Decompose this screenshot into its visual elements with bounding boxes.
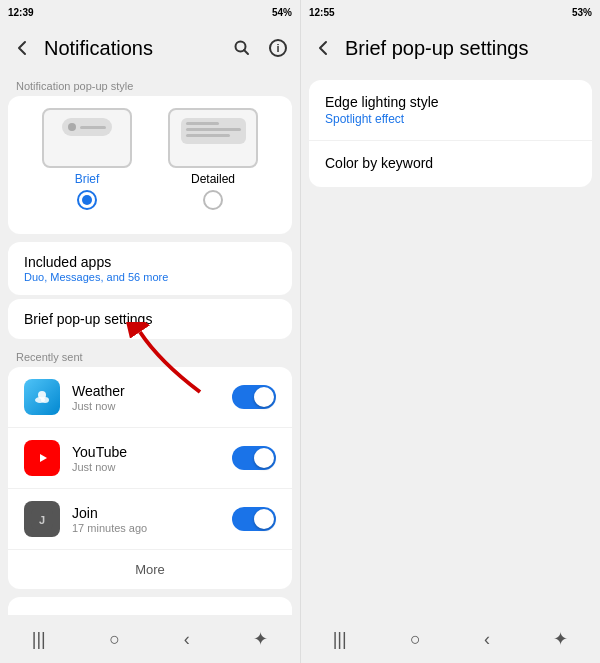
bottom-nav-left: ||| ○ ‹ ✦ — [0, 615, 300, 663]
svg-text:J: J — [39, 514, 45, 526]
more-button[interactable]: More — [8, 550, 292, 589]
weather-toggle[interactable] — [232, 385, 276, 409]
join-name: Join — [72, 505, 220, 521]
popup-options: Brief Detailed — [24, 108, 276, 210]
weather-name: Weather — [72, 383, 220, 399]
nav-menu-right[interactable]: ||| — [333, 629, 347, 650]
brief-mockup — [42, 108, 132, 168]
bottom-nav-right: ||| ○ ‹ ✦ — [301, 615, 600, 663]
included-apps-item[interactable]: Included apps Duo, Messages, and 56 more — [8, 242, 292, 295]
brief-popup-settings-item[interactable]: Brief pop-up settings — [8, 299, 292, 339]
recently-sent-label: Recently sent — [0, 343, 300, 367]
search-button[interactable] — [228, 34, 256, 62]
edge-lighting-title: Edge lighting style — [325, 94, 576, 110]
join-text: Join 17 minutes ago — [72, 505, 220, 534]
included-apps-card[interactable]: Included apps Duo, Messages, and 56 more — [8, 242, 292, 295]
status-left-right: 12:55 — [309, 7, 335, 18]
weather-icon — [24, 379, 60, 415]
status-bar-right: 12:55 53% — [301, 0, 600, 24]
dnd-title: Do not disturb — [24, 613, 111, 615]
brief-label: Brief — [75, 172, 100, 186]
left-content-wrapper: Notification pop-up style Brief — [0, 72, 300, 615]
included-apps-title: Included apps — [24, 254, 276, 270]
top-nav-left: Notifications i — [0, 24, 300, 72]
page-title-left: Notifications — [44, 37, 220, 60]
svg-point-5 — [41, 397, 49, 403]
status-bar-left: 12:39 54% — [0, 0, 300, 24]
nav-back-right[interactable]: ‹ — [484, 629, 490, 650]
status-right-right: 53% — [572, 7, 592, 18]
popup-style-label: Notification pop-up style — [0, 72, 300, 96]
notif-dot — [68, 123, 76, 131]
nav-home-right[interactable]: ○ — [410, 629, 421, 650]
list-item-youtube[interactable]: YouTube Just now — [8, 428, 292, 489]
popup-style-card: Brief Detailed — [8, 96, 292, 234]
nav-menu-left[interactable]: ||| — [32, 629, 46, 650]
included-apps-text: Included apps Duo, Messages, and 56 more — [24, 254, 276, 283]
youtube-time: Just now — [72, 461, 220, 473]
included-apps-subtitle: Duo, Messages, and 56 more — [24, 271, 276, 283]
right-settings-card: Edge lighting style Spotlight effect Col… — [309, 80, 592, 187]
notif-line — [80, 126, 106, 129]
svg-text:i: i — [276, 42, 279, 54]
page-title-right: Brief pop-up settings — [345, 37, 592, 60]
brief-radio[interactable] — [77, 190, 97, 210]
brief-notification — [62, 118, 112, 136]
status-left: 12:39 — [8, 7, 34, 18]
list-item-join[interactable]: J Join 17 minutes ago — [8, 489, 292, 550]
youtube-toggle[interactable] — [232, 446, 276, 470]
detail-line-3 — [186, 134, 230, 137]
dnd-card[interactable]: Do not disturb — [8, 597, 292, 615]
back-button-left[interactable] — [8, 34, 36, 62]
right-content: Edge lighting style Spotlight effect Col… — [301, 72, 600, 615]
time-left: 12:39 — [8, 7, 34, 18]
nav-recent-left[interactable]: ✦ — [253, 628, 268, 650]
battery-right: 53% — [572, 7, 592, 18]
info-button[interactable]: i — [264, 34, 292, 62]
battery-left: 54% — [272, 7, 292, 18]
color-keyword-item[interactable]: Color by keyword — [309, 141, 592, 187]
brief-popup-settings-text: Brief pop-up settings — [24, 311, 276, 327]
youtube-text: YouTube Just now — [72, 444, 220, 473]
weather-time: Just now — [72, 400, 220, 412]
weather-text: Weather Just now — [72, 383, 220, 412]
right-panel: 12:55 53% Brief pop-up settings Edge lig… — [300, 0, 600, 663]
brief-option[interactable]: Brief — [42, 108, 132, 210]
edge-lighting-subtitle: Spotlight effect — [325, 112, 576, 126]
left-content-area: Notification pop-up style Brief — [0, 72, 300, 615]
back-button-right[interactable] — [309, 34, 337, 62]
detail-line-2 — [186, 128, 241, 131]
color-keyword-title: Color by keyword — [325, 155, 576, 171]
detailed-mockup — [168, 108, 258, 168]
detailed-label: Detailed — [191, 172, 235, 186]
detail-line-1 — [186, 122, 219, 125]
detailed-option[interactable]: Detailed — [168, 108, 258, 210]
nav-back-left[interactable]: ‹ — [184, 629, 190, 650]
left-panel: 12:39 54% Notifications i — [0, 0, 300, 663]
detailed-radio[interactable] — [203, 190, 223, 210]
status-right: 54% — [272, 7, 292, 18]
youtube-icon — [24, 440, 60, 476]
brief-popup-settings-title: Brief pop-up settings — [24, 311, 276, 327]
nav-home-left[interactable]: ○ — [109, 629, 120, 650]
time-right: 12:55 — [309, 7, 335, 18]
youtube-name: YouTube — [72, 444, 220, 460]
brief-popup-settings-card[interactable]: Brief pop-up settings — [8, 299, 292, 339]
recently-sent-card: Weather Just now YouTube J — [8, 367, 292, 589]
edge-lighting-item[interactable]: Edge lighting style Spotlight effect — [309, 80, 592, 141]
join-icon: J — [24, 501, 60, 537]
top-nav-right: Brief pop-up settings — [301, 24, 600, 72]
join-toggle[interactable] — [232, 507, 276, 531]
join-time: 17 minutes ago — [72, 522, 220, 534]
list-item-weather[interactable]: Weather Just now — [8, 367, 292, 428]
detailed-notification — [181, 118, 246, 144]
nav-recent-right[interactable]: ✦ — [553, 628, 568, 650]
